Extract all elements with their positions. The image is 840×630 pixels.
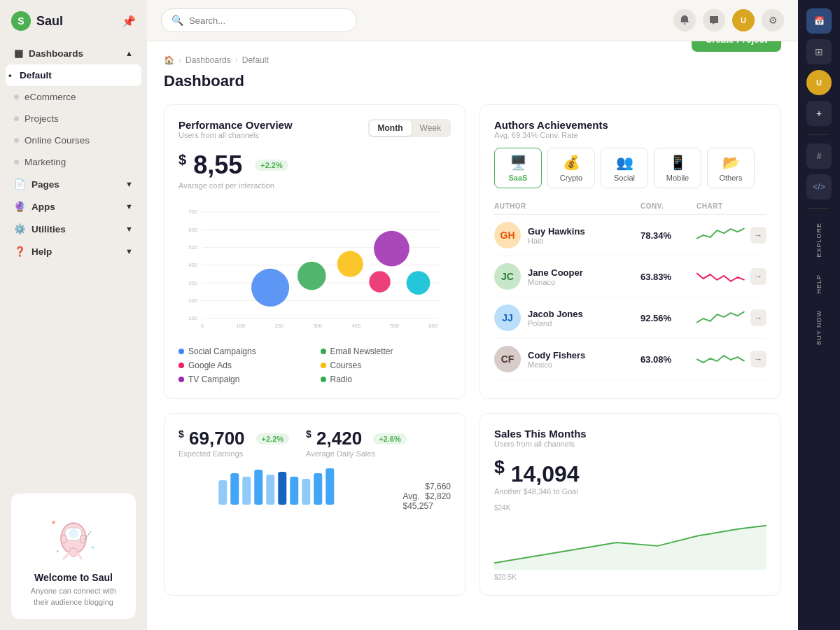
tab-saas[interactable]: 🖥️ SaaS bbox=[494, 148, 542, 188]
svg-rect-45 bbox=[290, 477, 298, 505]
author-details-4: Cody Fishers Mexico bbox=[528, 350, 585, 369]
search-input[interactable] bbox=[189, 15, 346, 26]
rp-hash-btn[interactable]: # bbox=[806, 144, 832, 169]
nav-item-projects-label: Projects bbox=[24, 113, 59, 124]
svg-text:600: 600 bbox=[428, 323, 438, 329]
svg-point-34 bbox=[298, 262, 326, 290]
earnings-bottom: $7,660 Avg. $2,820 $45,257 bbox=[178, 466, 451, 511]
view-btn-2[interactable]: → bbox=[750, 268, 766, 285]
search-icon: 🔍 bbox=[172, 15, 183, 26]
nav-item-projects[interactable]: Projects bbox=[6, 108, 141, 130]
page-title: Dashboard bbox=[164, 72, 269, 90]
perf-header: Performance Overview Users from all chan… bbox=[178, 119, 451, 148]
dollar-sign: $ bbox=[178, 152, 186, 167]
svg-text:100: 100 bbox=[236, 323, 245, 329]
sales-goal: Another $48,346 to Goal bbox=[494, 487, 766, 496]
sidebar-pin-icon[interactable]: 📌 bbox=[122, 15, 136, 28]
svg-point-38 bbox=[407, 271, 430, 295]
col-conv: CONV. bbox=[640, 202, 696, 210]
bubble-chart: 700 600 500 400 300 200 100 0 100 200 30… bbox=[178, 198, 451, 338]
col-author: AUTHOR bbox=[494, 202, 640, 210]
author-info-4: CF Cody Fishers Mexico bbox=[494, 346, 640, 372]
nav-item-ecommerce[interactable]: eCommerce bbox=[6, 86, 141, 108]
earnings-badge-1: +2.2% bbox=[256, 433, 290, 444]
author-name-2: Jane Cooper bbox=[528, 267, 583, 278]
earnings-value-row-1: $ 69,700 +2.2% bbox=[178, 428, 289, 449]
legend-social: Social Campaigns bbox=[178, 346, 309, 356]
toggle-group: Month Week bbox=[368, 119, 451, 137]
nav-item-marketing[interactable]: Marketing bbox=[6, 151, 141, 173]
sidebar-header: S Saul 📌 bbox=[0, 0, 147, 42]
perf-title-group: Performance Overview Users from all chan… bbox=[178, 119, 293, 148]
author-country-1: Haiti bbox=[528, 237, 585, 245]
dashboard: 🏠 › Dashboards › Default Dashboard Creat… bbox=[147, 41, 798, 630]
view-btn-4[interactable]: → bbox=[750, 351, 766, 368]
rp-calendar-btn[interactable]: 📅 bbox=[806, 8, 832, 34]
sales-y2-label: $20.5K bbox=[494, 573, 766, 581]
dollar-sup-2: $ bbox=[306, 428, 312, 440]
tab-mobile[interactable]: 📱 Mobile bbox=[654, 148, 701, 188]
nav-group-apps[interactable]: 🔮 Apps ▼ bbox=[6, 195, 141, 218]
nav-group-help[interactable]: ❓ Help ▼ bbox=[6, 240, 141, 262]
toggle-month-btn[interactable]: Month bbox=[370, 120, 412, 136]
breadcrumb-sep1: › bbox=[178, 55, 181, 65]
tab-mobile-label: Mobile bbox=[666, 174, 689, 182]
sales-y-labels: $24K bbox=[494, 504, 766, 512]
legend-radio-label: Radio bbox=[330, 374, 352, 384]
svg-text:400: 400 bbox=[351, 323, 360, 329]
topbar-right: U ⚙ bbox=[673, 9, 784, 31]
nav-item-default[interactable]: Default bbox=[6, 64, 141, 86]
svg-point-33 bbox=[251, 269, 289, 307]
rp-user-avatar[interactable]: U bbox=[806, 70, 832, 95]
notification-btn[interactable] bbox=[673, 9, 696, 31]
sidebar-title: Saul bbox=[36, 14, 63, 29]
breadcrumb-default: Default bbox=[242, 55, 269, 65]
dollar-sup-1: $ bbox=[178, 428, 184, 440]
nav-group-pages[interactable]: 📄 Pages ▼ bbox=[6, 173, 141, 195]
tab-others[interactable]: 📂 Others bbox=[707, 148, 755, 188]
table-row: JC Jane Cooper Monaco 63.83% bbox=[494, 256, 766, 298]
performance-value-label: Avarage cost per interaction bbox=[178, 181, 451, 190]
message-btn[interactable] bbox=[703, 9, 725, 31]
nav-item-courses-label: Online Courses bbox=[24, 135, 90, 146]
svg-text:0: 0 bbox=[201, 323, 204, 329]
breadcrumb-dashboards[interactable]: Dashboards bbox=[186, 55, 231, 65]
performance-title: Performance Overview bbox=[178, 119, 293, 131]
svg-rect-41 bbox=[242, 477, 251, 505]
rp-grid-btn[interactable]: ⊞ bbox=[806, 39, 832, 64]
earnings-value-1: $ 69,700 bbox=[178, 428, 245, 449]
rp-buynow-label: Buy now bbox=[816, 310, 822, 345]
saas-icon: 🖥️ bbox=[510, 154, 527, 171]
svg-text:700: 700 bbox=[188, 209, 197, 215]
create-project-button[interactable]: Create Project bbox=[692, 41, 781, 52]
toggle-week-btn[interactable]: Week bbox=[412, 120, 449, 136]
legend-email-label: Email Newsletter bbox=[330, 346, 393, 356]
rp-plus-btn[interactable]: + bbox=[806, 101, 832, 126]
nav-group-utilities-label: Utilities bbox=[31, 224, 66, 234]
rp-code-btn[interactable]: </> bbox=[806, 174, 832, 200]
nav-item-default-label: Default bbox=[20, 70, 52, 80]
sales-y2: $20.5K bbox=[494, 573, 517, 581]
sales-title: Sales This Months bbox=[494, 428, 766, 440]
table-row: JJ Jacob Jones Poland 92.56% bbox=[494, 298, 766, 339]
view-btn-3[interactable]: → bbox=[750, 309, 766, 326]
tab-crypto[interactable]: 💰 Crypto bbox=[547, 148, 595, 188]
conv-2: 63.83% bbox=[640, 272, 696, 282]
author-country-4: Mexico bbox=[528, 360, 585, 369]
tab-social[interactable]: 👥 Social bbox=[601, 148, 648, 188]
author-info-2: JC Jane Cooper Monaco bbox=[494, 263, 640, 290]
nav-dot-ecommerce bbox=[14, 94, 19, 99]
chevron-down-apps-icon: ▼ bbox=[125, 202, 133, 211]
search-box[interactable]: 🔍 bbox=[161, 8, 357, 32]
welcome-card: ★ ★ ★ Welcome to Saul Anyone can connect… bbox=[11, 493, 136, 619]
page-wrapper: 🔍 U ⚙ 🏠 › Dashb bbox=[147, 0, 840, 630]
view-btn-1[interactable]: → bbox=[750, 227, 766, 244]
authors-tabs: 🖥️ SaaS 💰 Crypto 👥 Social 📱 bbox=[494, 148, 766, 188]
nav-group-utilities[interactable]: ⚙️ Utilities ▼ bbox=[6, 218, 141, 240]
nav-group-dashboards[interactable]: ▦ Dashboards ▲ bbox=[6, 42, 141, 64]
svg-text:300: 300 bbox=[313, 323, 322, 329]
authors-subtitle: Avg. 69.34% Conv. Rate bbox=[494, 131, 766, 139]
user-avatar[interactable]: U bbox=[732, 9, 755, 31]
nav-item-online-courses[interactable]: Online Courses bbox=[6, 130, 141, 151]
settings-btn[interactable]: ⚙ bbox=[762, 9, 784, 31]
